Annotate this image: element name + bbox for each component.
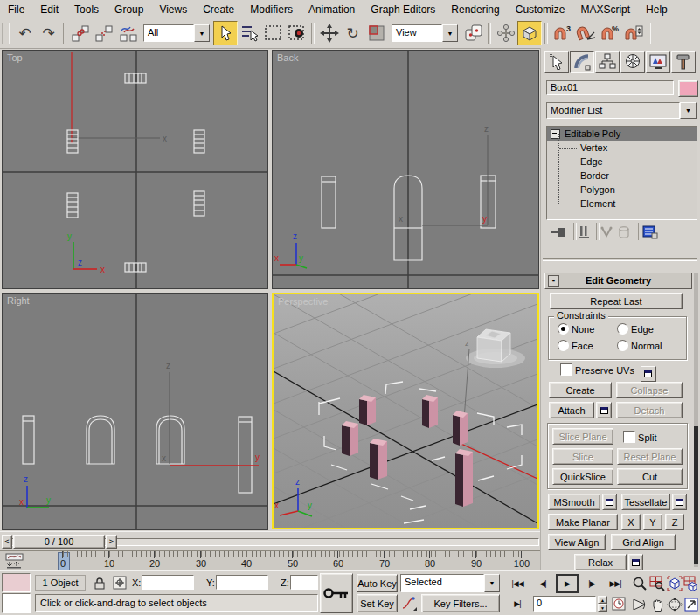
tab-hierarchy[interactable]: [595, 51, 620, 73]
viewport-back-label[interactable]: Back: [277, 52, 298, 63]
menu-help[interactable]: Help: [638, 2, 676, 17]
menu-create[interactable]: Create: [195, 2, 242, 17]
go-to-start-button[interactable]: |◀◀: [507, 575, 528, 592]
auto-key-button[interactable]: Auto Key: [357, 574, 398, 592]
menu-maxscript[interactable]: MAXScript: [572, 2, 638, 17]
tab-modify[interactable]: [570, 51, 594, 73]
selection-lock-button[interactable]: [91, 574, 108, 591]
make-planar-z-button[interactable]: Z: [665, 514, 684, 530]
snap-3d-button[interactable]: 3: [551, 22, 574, 45]
menu-views[interactable]: Views: [151, 2, 195, 17]
angle-snap-button[interactable]: [574, 22, 598, 45]
set-keys-button[interactable]: [320, 573, 353, 613]
maxscript-mini-listener[interactable]: [2, 593, 31, 613]
select-and-scale-button[interactable]: [364, 22, 388, 45]
zoom-extents-button[interactable]: [666, 574, 683, 592]
tessellate-button[interactable]: Tessellate: [621, 494, 670, 510]
go-to-end-button[interactable]: ▶▶|: [605, 575, 626, 592]
percent-snap-button[interactable]: %: [598, 22, 621, 45]
constraint-face-option[interactable]: Face: [558, 340, 593, 351]
grid-align-button[interactable]: Grid Align: [611, 534, 676, 550]
select-and-rotate-button[interactable]: ↻: [341, 22, 364, 45]
snaps-toggle-button[interactable]: [517, 21, 542, 45]
modifier-stack[interactable]: Editable Poly Vertex Edge Border Polygon…: [546, 126, 697, 220]
tab-display[interactable]: [646, 51, 670, 73]
selection-set-dropdown[interactable]: Selected ▼: [400, 574, 500, 592]
edit-geometry-rollout-header[interactable]: - Edit Geometry: [544, 273, 692, 289]
chevron-down-icon[interactable]: ▼: [194, 24, 210, 42]
zoom-all-button[interactable]: [648, 574, 665, 592]
viewport-right[interactable]: Right z x y z x: [2, 293, 268, 530]
preserve-uvs-option[interactable]: Preserve UVs: [560, 363, 656, 382]
select-and-move-button[interactable]: [317, 22, 341, 45]
rectangular-selection-region-button[interactable]: [261, 22, 285, 45]
slice-button[interactable]: Slice: [552, 448, 613, 465]
tessellate-settings-button[interactable]: [672, 494, 687, 510]
key-mode-toggle-button[interactable]: ▶|: [507, 595, 528, 612]
split-checkbox[interactable]: [623, 431, 635, 443]
stack-item-border[interactable]: Border: [547, 169, 697, 183]
maximize-viewport-toggle-button[interactable]: [683, 595, 699, 613]
msmooth-button[interactable]: MSmooth: [548, 494, 600, 510]
repeat-last-button[interactable]: Repeat Last: [550, 293, 683, 309]
menu-group[interactable]: Group: [107, 2, 151, 17]
spinner-down-icon[interactable]: ▼: [598, 604, 607, 612]
play-animation-button[interactable]: ▶: [556, 574, 579, 593]
object-name-field[interactable]: Box01: [546, 80, 674, 95]
msmooth-settings-button[interactable]: [602, 494, 617, 510]
bind-to-space-warp-button[interactable]: [116, 22, 140, 45]
tab-motion[interactable]: [620, 51, 645, 73]
viewport-perspective[interactable]: Perspective z: [272, 293, 539, 529]
select-by-name-button[interactable]: [238, 22, 261, 45]
macro-recorder-swatch[interactable]: [2, 573, 31, 592]
wireframe-boxes[interactable]: [23, 416, 252, 493]
chevron-down-icon[interactable]: ▼: [680, 102, 697, 119]
zoom-button[interactable]: [631, 574, 648, 592]
viewport-back[interactable]: Back z x y z x y: [272, 50, 539, 289]
chevron-down-icon[interactable]: ▼: [484, 574, 500, 592]
radio-edge[interactable]: [617, 323, 628, 335]
reference-coordinate-dropdown[interactable]: View ▼: [392, 24, 458, 42]
frame-spinner[interactable]: ▲ ▼: [598, 596, 607, 612]
stack-item-vertex[interactable]: Vertex: [547, 141, 697, 155]
previous-frame-button[interactable]: ◀|: [533, 575, 552, 592]
pin-stack-button[interactable]: [548, 225, 569, 240]
configure-modifier-sets-button[interactable]: [641, 225, 660, 240]
arc-rotate-button[interactable]: [666, 595, 683, 613]
detach-button[interactable]: Detach: [616, 402, 683, 418]
z-coordinate-field[interactable]: [290, 575, 318, 590]
quickslice-button[interactable]: QuickSlice: [552, 468, 613, 485]
stack-item-edge[interactable]: Edge: [547, 155, 697, 169]
chevron-down-icon[interactable]: ▼: [442, 24, 458, 42]
radio-normal[interactable]: [617, 340, 628, 351]
rollout-collapse-icon[interactable]: -: [548, 275, 559, 287]
field-of-view-button[interactable]: [631, 595, 648, 613]
spinner-up-icon[interactable]: ▲: [598, 596, 607, 604]
make-planar-y-button[interactable]: Y: [643, 514, 662, 530]
previous-frame-arrow-button[interactable]: <: [2, 535, 12, 549]
slice-plane-button[interactable]: Slice Plane: [552, 428, 613, 445]
selection-filter-dropdown[interactable]: All ▼: [143, 24, 210, 42]
open-mini-curve-editor-button[interactable]: [3, 553, 26, 569]
viewport-right-label[interactable]: Right: [7, 295, 30, 306]
attach-button[interactable]: Attach: [549, 402, 594, 418]
window-crossing-button[interactable]: [285, 22, 308, 45]
stack-item-editable-poly[interactable]: Editable Poly: [547, 127, 697, 141]
make-unique-button[interactable]: [599, 225, 614, 240]
constraint-none-option[interactable]: None: [558, 323, 594, 335]
absolute-offset-toggle-button[interactable]: [111, 574, 128, 591]
select-and-link-button[interactable]: [69, 22, 93, 45]
set-key-button[interactable]: Set Key: [357, 594, 398, 612]
toolbar-grip[interactable]: [2, 23, 10, 44]
create-button[interactable]: Create: [549, 382, 612, 398]
perspective-viewport-canvas[interactable]: z: [274, 294, 537, 528]
unlink-selection-button[interactable]: [93, 22, 116, 45]
show-end-result-button[interactable]: [576, 225, 592, 240]
modifier-list-dropdown[interactable]: Modifier List ▼: [546, 102, 697, 119]
zoom-extents-all-button[interactable]: [683, 574, 699, 592]
constraint-edge-option[interactable]: Edge: [617, 323, 654, 335]
reset-plane-button[interactable]: Reset Plane: [617, 448, 683, 465]
relax-button[interactable]: Relax: [574, 554, 627, 570]
menu-tools[interactable]: Tools: [66, 2, 107, 17]
transform-gizmo[interactable]: z x y: [399, 124, 489, 225]
